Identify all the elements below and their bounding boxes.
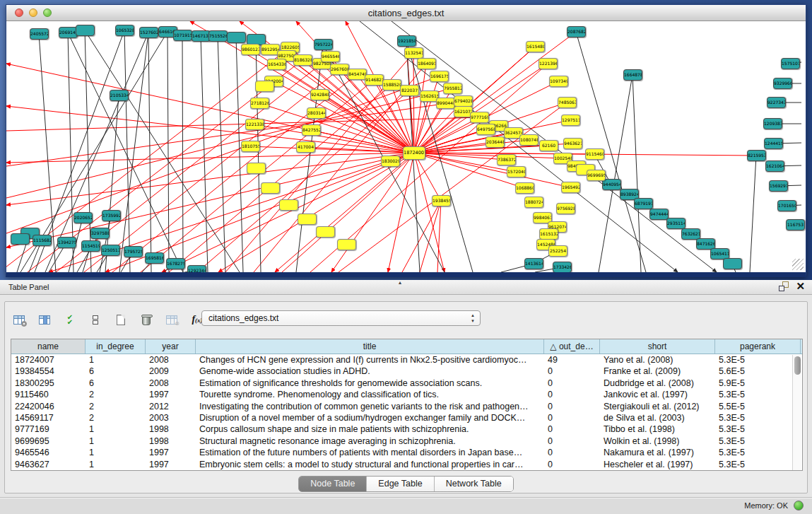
- table-cell[interactable]: 5.3E-5: [715, 447, 801, 458]
- graph-node[interactable]: 9146821: [365, 74, 384, 86]
- table-cell[interactable]: Jankovic et al. (1997): [600, 389, 715, 400]
- graph-node[interactable]: 10973493: [549, 76, 568, 87]
- table-settings-button[interactable]: [11, 312, 28, 327]
- show-columns-button[interactable]: [36, 312, 53, 327]
- table-cell[interactable]: Changes of HCN gene expression and I(f) …: [196, 354, 544, 366]
- column-header-short[interactable]: short: [600, 339, 715, 354]
- graph-node[interactable]: 8215953: [747, 150, 766, 161]
- graph-node[interactable]: [261, 182, 280, 194]
- graph-node[interactable]: 62160: [539, 140, 558, 151]
- table-cell[interactable]: 5.6E-5: [715, 366, 801, 377]
- table-cell[interactable]: Estimation of the future numbers of pati…: [196, 447, 544, 458]
- graph-node[interactable]: 17359928: [102, 210, 121, 221]
- graph-node[interactable]: 17957254: [124, 246, 143, 257]
- graph-node[interactable]: 10688609: [515, 182, 534, 194]
- graph-node[interactable]: 17016504: [777, 200, 796, 211]
- table-cell[interactable]: 9777169: [11, 424, 86, 435]
- close-panel-icon[interactable]: ✕: [796, 281, 805, 291]
- graph-node[interactable]: 10653287: [115, 25, 134, 36]
- table-cell[interactable]: de Silva et al. (2003): [600, 412, 715, 424]
- table-row[interactable]: 977716911998Corpus callosum shape and si…: [11, 424, 802, 435]
- graph-node[interactable]: 10807487: [519, 134, 539, 146]
- table-cell[interactable]: 5.9E-5: [715, 378, 801, 389]
- tab-network-table[interactable]: Network Table: [435, 477, 513, 491]
- graph-node[interactable]: 8186328: [293, 54, 312, 66]
- graph-node[interactable]: 32975887: [90, 228, 110, 239]
- table-cell[interactable]: 9115460: [11, 389, 86, 400]
- graph-node[interactable]: 6794028: [454, 95, 473, 107]
- graph-node[interactable]: 2087682: [567, 26, 586, 37]
- table-cell[interactable]: 18724007: [11, 354, 86, 366]
- graph-node[interactable]: 15720407: [507, 166, 526, 177]
- column-header-out_de[interactable]: △ out_de…: [544, 339, 600, 354]
- graph-node[interactable]: 116753: [786, 219, 805, 230]
- column-header-year[interactable]: year: [146, 339, 196, 354]
- graph-node[interactable]: 19384554: [432, 195, 451, 206]
- graph-node[interactable]: 8427552: [302, 124, 321, 136]
- graph-node[interactable]: [247, 163, 266, 174]
- table-cell[interactable]: 5.3E-5: [715, 354, 801, 366]
- graph-node[interactable]: 9242848: [310, 89, 329, 100]
- graph-node[interactable]: 8990448: [436, 98, 455, 109]
- table-cell[interactable]: 0: [544, 389, 600, 400]
- graph-node[interactable]: 9474444: [649, 209, 669, 220]
- table-cell[interactable]: Investigating the contribution of common…: [196, 401, 544, 412]
- table-cell[interactable]: Stergiakouli et al. (2012): [600, 401, 715, 412]
- table-row[interactable]: 911546021997Tourette syndrome. Phenomeno…: [11, 389, 802, 400]
- graph-node[interactable]: 9115460: [585, 148, 604, 160]
- graph-node[interactable]: 19654923: [561, 182, 580, 193]
- table-row[interactable]: 2242004622012Investigating the contribut…: [11, 401, 802, 412]
- table-row[interactable]: 1830029562008Estimation of significance …: [11, 378, 802, 389]
- network-canvas[interactable]: 2405572420691406106532871527602646616010…: [6, 21, 806, 272]
- graph-node[interactable]: 417004: [296, 141, 315, 153]
- graph-node[interactable]: 9860123: [241, 44, 260, 55]
- graph-node[interactable]: 2803144: [307, 107, 326, 119]
- graph-node[interactable]: 16154808: [526, 41, 545, 52]
- graph-node[interactable]: 18107553: [241, 141, 260, 152]
- graph-node[interactable]: [11, 233, 30, 245]
- graph-node[interactable]: 18300295: [381, 156, 400, 167]
- graph-node[interactable]: [227, 32, 246, 43]
- graph-node[interactable]: 18724007: [403, 146, 425, 160]
- table-cell[interactable]: 1: [86, 354, 146, 366]
- select-columns-button[interactable]: ✔✔: [61, 312, 78, 327]
- graph-node[interactable]: 15692971: [769, 180, 788, 192]
- table-cell[interactable]: 6: [86, 366, 146, 377]
- table-row[interactable]: 1938455462009Genome-wide association stu…: [11, 366, 802, 377]
- table-cell[interactable]: 1998: [146, 436, 196, 447]
- table-selector-dropdown[interactable]: citations_edges.txt ▲▼: [201, 310, 481, 326]
- table-cell[interactable]: 18300295: [11, 378, 86, 389]
- graph-node[interactable]: 7957224: [314, 39, 333, 50]
- graph-node[interactable]: 9756928: [556, 203, 575, 214]
- table-cell[interactable]: 9465546: [11, 447, 86, 458]
- table-cell[interactable]: 5.3E-5: [715, 424, 801, 435]
- table-cell[interactable]: 0: [544, 412, 600, 424]
- graph-node[interactable]: 12923445: [187, 265, 206, 272]
- column-header-name[interactable]: name: [11, 339, 86, 354]
- graph-node[interactable]: 24055724: [30, 28, 49, 40]
- table-cell[interactable]: Dudbridge et al. (2008): [600, 378, 715, 389]
- close-window-button[interactable]: [15, 8, 23, 17]
- table-cell[interactable]: 1997: [146, 389, 196, 400]
- table-cell[interactable]: 0: [544, 436, 600, 447]
- table-cell[interactable]: Corpus callosum shape and size in male p…: [196, 424, 544, 435]
- table-cell[interactable]: 9699695: [11, 436, 86, 447]
- graph-node[interactable]: 16210643: [765, 160, 784, 172]
- table-cell[interactable]: 5.3E-5: [715, 436, 801, 447]
- table-cell[interactable]: Franke et al. (2009): [600, 366, 715, 377]
- table-cell[interactable]: Yano et al. (2008): [600, 354, 715, 366]
- graph-node[interactable]: 8454749: [348, 69, 367, 80]
- graph-node[interactable]: 14136141: [524, 258, 543, 269]
- graph-node[interactable]: 11325419: [404, 47, 423, 59]
- minimize-window-button[interactable]: [29, 8, 37, 17]
- table-cell[interactable]: Disruption of a novel member of a sodium…: [196, 412, 544, 424]
- table-cell[interactable]: 5.5E-5: [715, 401, 801, 412]
- graph-node[interactable]: 7386372: [497, 154, 516, 165]
- table-cell[interactable]: 1997: [146, 459, 196, 470]
- table-cell[interactable]: 5.3E-5: [715, 412, 801, 424]
- table-cell[interactable]: 5.3E-5: [715, 389, 801, 400]
- table-cell[interactable]: 1998: [146, 424, 196, 435]
- zoom-window-button[interactable]: [43, 8, 52, 17]
- graph-node[interactable]: 16543362: [267, 59, 286, 70]
- graph-node[interactable]: [255, 81, 274, 92]
